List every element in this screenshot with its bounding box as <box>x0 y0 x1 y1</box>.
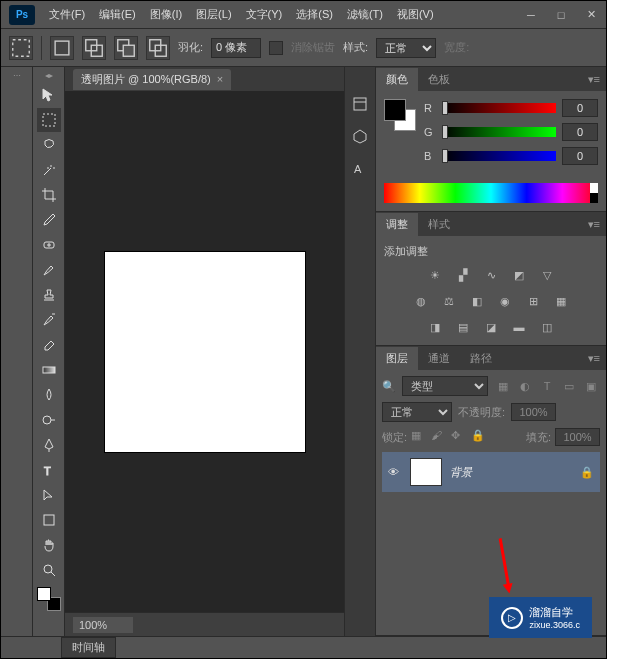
vibrance-icon[interactable]: ▽ <box>537 265 557 285</box>
history-panel-icon[interactable] <box>349 93 371 115</box>
tools-grip-icon[interactable]: ◂▸ <box>39 71 59 79</box>
move-tool[interactable] <box>37 83 61 107</box>
lock-transparency-icon[interactable]: ▦ <box>411 429 427 445</box>
zoom-tool[interactable] <box>37 558 61 582</box>
menu-edit[interactable]: 编辑(E) <box>93 3 142 26</box>
feather-input[interactable] <box>211 38 261 58</box>
tab-styles[interactable]: 样式 <box>418 213 460 236</box>
marquee-tool-preset[interactable] <box>9 36 33 60</box>
fill-input[interactable] <box>555 428 600 446</box>
r-value-input[interactable] <box>562 99 598 117</box>
gradient-map-icon[interactable]: ▬ <box>509 317 529 337</box>
tab-swatches[interactable]: 色板 <box>418 68 460 91</box>
dodge-tool[interactable] <box>37 408 61 432</box>
layers-panel-menu-icon[interactable]: ▾≡ <box>582 352 606 365</box>
visibility-icon[interactable]: 👁 <box>388 466 402 478</box>
tab-color[interactable]: 颜色 <box>376 68 418 91</box>
properties-panel-icon[interactable] <box>349 125 371 147</box>
pen-tool[interactable] <box>37 433 61 457</box>
intersect-selection-icon[interactable] <box>146 36 170 60</box>
layer-name-label[interactable]: 背景 <box>450 465 572 480</box>
levels-icon[interactable]: ▞ <box>453 265 473 285</box>
selective-color-icon[interactable]: ◫ <box>537 317 557 337</box>
document-tab[interactable]: 透明图片 @ 100%(RGB/8) × <box>73 69 231 90</box>
bw-icon[interactable]: ◧ <box>467 291 487 311</box>
filter-type-icon[interactable]: T <box>538 377 556 395</box>
antialias-checkbox[interactable] <box>269 41 283 55</box>
fg-color-swatch[interactable] <box>384 99 406 121</box>
exposure-icon[interactable]: ◩ <box>509 265 529 285</box>
balance-icon[interactable]: ⚖ <box>439 291 459 311</box>
history-brush-tool[interactable] <box>37 308 61 332</box>
new-selection-icon[interactable] <box>50 36 74 60</box>
hue-icon[interactable]: ◍ <box>411 291 431 311</box>
foreground-swatch[interactable] <box>37 587 51 601</box>
tab-layers[interactable]: 图层 <box>376 347 418 370</box>
opacity-input[interactable] <box>511 403 556 421</box>
tab-channels[interactable]: 通道 <box>418 347 460 370</box>
zoom-input[interactable]: 100% <box>73 617 133 633</box>
eraser-tool[interactable] <box>37 333 61 357</box>
b-slider[interactable] <box>442 151 556 161</box>
curves-icon[interactable]: ∿ <box>481 265 501 285</box>
minimize-button[interactable]: ─ <box>516 5 546 25</box>
invert-icon[interactable]: ◨ <box>425 317 445 337</box>
magic-wand-tool[interactable] <box>37 158 61 182</box>
menu-view[interactable]: 视图(V) <box>391 3 440 26</box>
add-selection-icon[interactable] <box>82 36 106 60</box>
channel-mixer-icon[interactable]: ⊞ <box>523 291 543 311</box>
path-selection-tool[interactable] <box>37 483 61 507</box>
filter-pixel-icon[interactable]: ▦ <box>494 377 512 395</box>
close-tab-icon[interactable]: × <box>217 73 223 85</box>
hand-tool[interactable] <box>37 533 61 557</box>
brush-tool[interactable] <box>37 258 61 282</box>
lock-position-icon[interactable]: ✥ <box>451 429 467 445</box>
tab-adjustments[interactable]: 调整 <box>376 213 418 236</box>
timeline-tab[interactable]: 时间轴 <box>61 637 116 658</box>
eyedropper-tool[interactable] <box>37 208 61 232</box>
crop-tool[interactable] <box>37 183 61 207</box>
filter-smart-icon[interactable]: ▣ <box>582 377 600 395</box>
color-panel-menu-icon[interactable]: ▾≡ <box>582 73 606 86</box>
photo-filter-icon[interactable]: ◉ <box>495 291 515 311</box>
filter-search-icon[interactable]: 🔍 <box>382 380 396 393</box>
menu-image[interactable]: 图像(I) <box>144 3 188 26</box>
healing-brush-tool[interactable] <box>37 233 61 257</box>
foreground-background-swatches[interactable] <box>37 587 61 611</box>
color-spectrum[interactable] <box>384 183 598 203</box>
shape-tool[interactable] <box>37 508 61 532</box>
tab-paths[interactable]: 路径 <box>460 347 502 370</box>
g-value-input[interactable] <box>562 123 598 141</box>
layer-item-background[interactable]: 👁 背景 🔒 <box>382 452 600 492</box>
maximize-button[interactable]: □ <box>546 5 576 25</box>
b-value-input[interactable] <box>562 147 598 165</box>
lock-all-icon[interactable]: 🔒 <box>471 429 487 445</box>
filter-shape-icon[interactable]: ▭ <box>560 377 578 395</box>
g-slider[interactable] <box>442 127 556 137</box>
canvas-viewport[interactable] <box>65 91 344 612</box>
blur-tool[interactable] <box>37 383 61 407</box>
close-button[interactable]: ✕ <box>576 5 606 25</box>
stamp-tool[interactable] <box>37 283 61 307</box>
color-lookup-icon[interactable]: ▦ <box>551 291 571 311</box>
type-tool[interactable]: T <box>37 458 61 482</box>
filter-adjust-icon[interactable]: ◐ <box>516 377 534 395</box>
marquee-tool[interactable] <box>37 108 61 132</box>
menu-file[interactable]: 文件(F) <box>43 3 91 26</box>
color-swatches[interactable] <box>384 99 416 131</box>
r-slider[interactable] <box>442 103 556 113</box>
canvas[interactable] <box>105 252 305 452</box>
threshold-icon[interactable]: ◪ <box>481 317 501 337</box>
style-select[interactable]: 正常 <box>376 38 436 58</box>
brightness-icon[interactable]: ☀ <box>425 265 445 285</box>
lasso-tool[interactable] <box>37 133 61 157</box>
menu-type[interactable]: 文字(Y) <box>240 3 289 26</box>
menu-select[interactable]: 选择(S) <box>290 3 339 26</box>
subtract-selection-icon[interactable] <box>114 36 138 60</box>
layer-thumbnail[interactable] <box>410 458 442 486</box>
gutter-grip-icon[interactable]: ⋯ <box>7 71 27 79</box>
lock-pixels-icon[interactable]: 🖌 <box>431 429 447 445</box>
menu-layer[interactable]: 图层(L) <box>190 3 237 26</box>
gradient-tool[interactable] <box>37 358 61 382</box>
filter-type-select[interactable]: 类型 <box>402 376 488 396</box>
